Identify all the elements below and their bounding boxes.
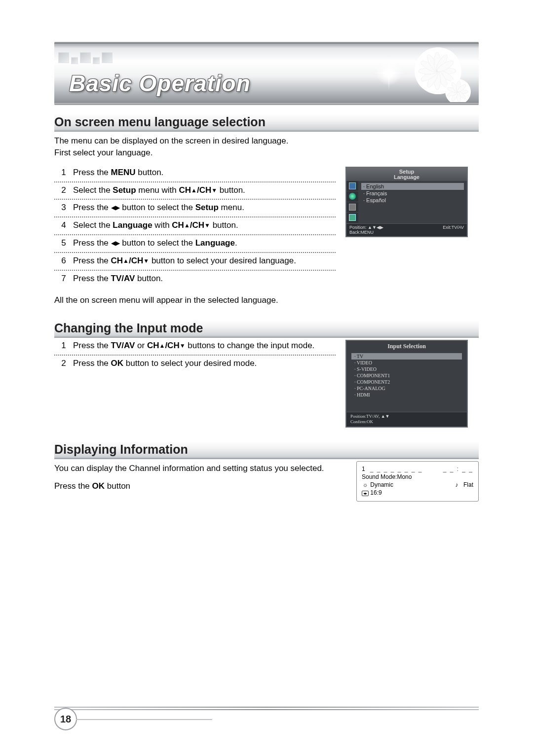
osd-category-icons (346, 181, 358, 223)
section3-action: Press the OK button (54, 480, 346, 492)
page-number: 18 (54, 708, 77, 730)
step-row: 2Select the Setup menu with CH▲/CH▼ butt… (54, 182, 336, 200)
sun-icon: ☼ (362, 481, 369, 488)
osd-language-item: · Français (361, 190, 464, 197)
step-text: Press the ◀▶ button to select the Langua… (73, 238, 336, 249)
setup-icon (349, 214, 356, 221)
step-row: 4Select the Language with CH▲/CH▼ button… (54, 217, 336, 235)
osd-setup-title2: Language (394, 174, 419, 180)
osd-language-item: · English (361, 183, 464, 190)
osd-footer-left: Position: ▲▼◀▶ Back:MENU (349, 225, 383, 235)
osd-input-item: · TV (351, 353, 462, 360)
step-row: 3Press the ◀▶ button to select the Setup… (54, 200, 336, 217)
info-aspect: 16:9 (370, 489, 381, 496)
step-text: Press the ◀▶ button to select the Setup … (73, 202, 336, 214)
step-row: 5Press the ◀▶ button to select the Langu… (54, 235, 336, 253)
chapter-banner: Basic Operation (54, 42, 479, 105)
osd-input-footer2: Confirm:OK (350, 419, 463, 425)
section1-intro: The menu can be displayed on the screen … (54, 135, 479, 159)
osd-footer-right: Exit:TV/AV (443, 225, 464, 235)
osd-input-item: · S-VIDEO (351, 366, 462, 372)
section1-steps: 1Press the MENU button.2Select the Setup… (54, 165, 336, 288)
osd-input-list: · TV· VIDEO· S-VIDEO· COMPONENT1· COMPON… (346, 353, 467, 412)
step-row: 1Press the MENU button. (54, 165, 336, 182)
section2-steps: 1Press the TV/AV or CH▲/CH▼ buttons to c… (54, 338, 336, 372)
step-number: 5 (54, 238, 73, 249)
osd-input-title: Input Selection (346, 341, 467, 353)
osd-input-footer1: Position:TV/AV, ▲▼ (350, 414, 463, 419)
info-picture: Dynamic (370, 481, 393, 488)
banner-tiles-decor (58, 52, 113, 64)
chapter-title: Basic Operation (69, 70, 251, 97)
osd-input-item: · VIDEO (351, 360, 462, 366)
step-number: 1 (54, 167, 73, 179)
aspect-icon: ◂▸ (362, 491, 369, 496)
step-text: Press the TV/AV or CH▲/CH▼ buttons to ch… (73, 340, 336, 352)
info-name-dashes: _ _ _ _ _ _ _ _ (370, 466, 423, 472)
step-text: Press the MENU button. (73, 167, 336, 179)
step-number: 2 (54, 358, 73, 369)
info-sound-mode: Sound Mode:Mono (362, 473, 412, 480)
sound-icon (349, 193, 356, 200)
step-number: 4 (54, 220, 73, 231)
osd-input-item: · HDMI (351, 392, 462, 398)
info-time-dashes: _ _ : _ _ (443, 466, 473, 472)
osd-language-item: · Español (361, 197, 464, 204)
osd-setup-language: Setup Language · English· Français· Espa… (345, 167, 468, 237)
section-heading-info: Displaying Information (54, 441, 479, 459)
section-heading-input: Changing the Input mode (54, 320, 479, 338)
step-text: Press the CH▲/CH▼ button to select your … (73, 255, 336, 267)
step-number: 6 (54, 255, 73, 267)
info-channel: 1 (362, 466, 365, 472)
info-sound-eq: Flat (463, 481, 473, 488)
osd-input-item: · COMPONENT2 (351, 379, 462, 385)
osd-input-item: · COMPONENT1 (351, 372, 462, 379)
section1-note: All the on screen menu will appear in th… (54, 294, 479, 306)
note-icon: ♪ (453, 481, 460, 488)
step-text: Press the TV/AV button. (73, 273, 336, 285)
step-row: 1Press the TV/AV or CH▲/CH▼ buttons to c… (54, 338, 336, 356)
step-number: 2 (54, 185, 73, 196)
step-text: Select the Setup menu with CH▲/CH▼ butto… (73, 185, 336, 196)
channel-info-overlay: 1 _ _ _ _ _ _ _ _ _ _ : _ _ Sound Mode:M… (356, 461, 479, 502)
step-row: 2Press the OK button to select your desi… (54, 356, 336, 372)
osd-input-item: · PC-ANALOG (351, 385, 462, 392)
step-text: Press the OK button to select your desir… (73, 358, 336, 369)
step-number: 3 (54, 202, 73, 214)
section-heading-language: On screen menu language selection (54, 114, 479, 132)
step-row: 6Press the CH▲/CH▼ button to select your… (54, 253, 336, 271)
daisy-photo (390, 46, 474, 104)
step-number: 1 (54, 340, 73, 352)
osd-language-list: · English· Français· Español (358, 181, 467, 223)
step-number: 7 (54, 273, 73, 285)
step-row: 7Press the TV/AV button. (54, 271, 336, 288)
channel-icon (349, 204, 356, 211)
osd-setup-title1: Setup (399, 169, 415, 175)
section3-intro: You can display the Channel information … (54, 463, 346, 474)
osd-input-selection: Input Selection · TV· VIDEO· S-VIDEO· CO… (345, 340, 468, 428)
step-text: Select the Language with CH▲/CH▼ button. (73, 220, 336, 231)
picture-icon (349, 182, 356, 189)
